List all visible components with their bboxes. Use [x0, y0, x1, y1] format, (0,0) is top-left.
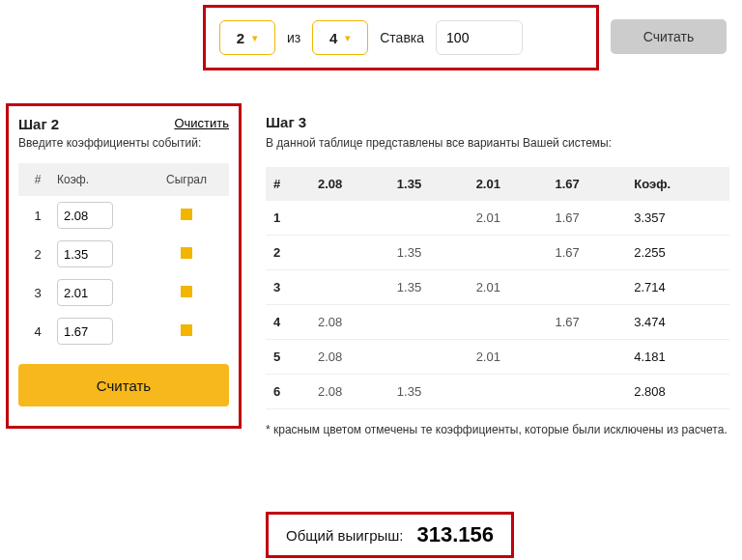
table-header-cell: 1.35: [389, 167, 469, 201]
table-cell: 2.08: [310, 340, 389, 375]
table-cell: [389, 201, 469, 236]
table-cell: [547, 340, 626, 375]
table-cell: [310, 201, 389, 236]
table-cell: 1.35: [389, 375, 469, 409]
coef-input[interactable]: [57, 279, 113, 306]
table-cell: 1.35: [389, 236, 469, 270]
of-label: из: [287, 30, 300, 45]
table-cell: [310, 270, 389, 305]
step3-title: Шаг 3: [266, 114, 729, 130]
table-cell: 1.67: [547, 236, 626, 270]
coef-input[interactable]: [57, 318, 113, 345]
row-num: 4: [18, 324, 57, 339]
table-cell: 2.01: [469, 340, 548, 375]
table-cell: 2.808: [626, 375, 729, 409]
played-checkbox[interactable]: [181, 286, 192, 297]
table-cell: [547, 375, 626, 409]
table-cell: 4: [266, 305, 310, 340]
total-select[interactable]: 4 ▾: [312, 20, 368, 55]
calculate-button-top[interactable]: Считать: [611, 19, 727, 54]
table-cell: 1.67: [547, 305, 626, 340]
table-row: 52.082.014.181: [266, 340, 729, 375]
played-checkbox[interactable]: [181, 209, 192, 220]
table-cell: 1.35: [389, 270, 469, 305]
table-cell: [389, 340, 469, 375]
table-cell: 2.01: [469, 270, 548, 305]
total-label: Общий выигрыш:: [286, 527, 403, 544]
col-coef: Коэф.: [57, 173, 144, 186]
table-header-row: #2.081.352.011.67Коэф.: [266, 167, 729, 201]
table-cell: 1.67: [547, 201, 626, 236]
footnote: * красным цветом отмечены те коэффициент…: [266, 423, 729, 436]
coef-input[interactable]: [57, 202, 113, 229]
table-header-cell: 1.67: [547, 167, 626, 201]
total-winnings-box: Общий выигрыш: 313.156: [266, 512, 514, 558]
row-num: 3: [18, 286, 57, 300]
table-cell: 2.255: [626, 236, 729, 270]
step2-panel: Шаг 2 Очистить Введите коэффициенты собы…: [6, 103, 242, 429]
col-num: #: [18, 173, 57, 186]
coef-row: 3: [18, 273, 229, 312]
table-cell: 3.474: [626, 305, 729, 340]
step2-subtitle: Введите коэффициенты событий:: [18, 136, 229, 150]
table-row: 31.352.012.714: [266, 270, 729, 305]
played-checkbox[interactable]: [181, 324, 192, 336]
col-played: Сыграл: [144, 173, 229, 186]
table-cell: [389, 305, 469, 340]
table-cell: 4.181: [626, 340, 729, 375]
total-value: 313.156: [416, 522, 494, 547]
table-cell: 3: [266, 270, 310, 305]
table-row: 62.081.352.808: [266, 375, 729, 409]
calculate-button-step2[interactable]: Считать: [18, 364, 229, 406]
table-cell: 5: [266, 340, 310, 375]
coef-table-header: # Коэф. Сыграл: [18, 163, 229, 196]
table-cell: [469, 375, 548, 409]
pick-value: 2: [237, 30, 244, 46]
table-cell: 6: [266, 375, 310, 409]
combinations-table: #2.081.352.011.67Коэф. 12.011.673.35721.…: [266, 167, 729, 409]
table-cell: 1: [266, 201, 310, 236]
table-cell: 2.08: [310, 375, 389, 409]
table-header-cell: #: [266, 167, 310, 201]
played-checkbox[interactable]: [181, 247, 192, 259]
chevron-down-icon: ▾: [252, 32, 258, 44]
clear-link[interactable]: Очистить: [174, 116, 229, 130]
table-cell: 2.01: [469, 201, 548, 236]
row-num: 2: [18, 247, 57, 262]
coef-row: 4: [18, 312, 229, 350]
coef-row: 1: [18, 196, 229, 235]
table-row: 12.011.673.357: [266, 201, 729, 236]
stake-input[interactable]: [436, 20, 523, 55]
table-header-cell: 2.08: [310, 167, 389, 201]
table-cell: [469, 305, 548, 340]
table-body: 12.011.673.35721.351.672.25531.352.012.7…: [266, 201, 729, 409]
total-value: 4: [329, 30, 337, 46]
table-cell: 2: [266, 236, 310, 270]
table-header-cell: 2.01: [469, 167, 548, 201]
table-row: 21.351.672.255: [266, 236, 729, 270]
table-cell: 2.714: [626, 270, 729, 305]
table-header-cell: Коэф.: [626, 167, 729, 201]
step2-title: Шаг 2: [18, 116, 59, 132]
chevron-down-icon: ▾: [345, 32, 351, 44]
pick-select[interactable]: 2 ▾: [219, 20, 275, 55]
system-params-bar: 2 ▾ из 4 ▾ Ставка: [203, 5, 599, 70]
coef-input[interactable]: [57, 240, 113, 267]
table-cell: 2.08: [310, 305, 389, 340]
table-row: 42.081.673.474: [266, 305, 729, 340]
stake-label: Ставка: [380, 30, 424, 45]
step3-panel: Шаг 3 В данной таблице представлены все …: [266, 114, 729, 436]
table-cell: [469, 236, 548, 270]
coef-rows: 1234: [18, 196, 229, 350]
table-cell: [310, 236, 389, 270]
row-num: 1: [18, 209, 57, 223]
coef-row: 2: [18, 235, 229, 273]
step3-subtitle: В данной таблице представлены все вариан…: [266, 136, 729, 150]
table-cell: 3.357: [626, 201, 729, 236]
table-cell: [547, 270, 626, 305]
